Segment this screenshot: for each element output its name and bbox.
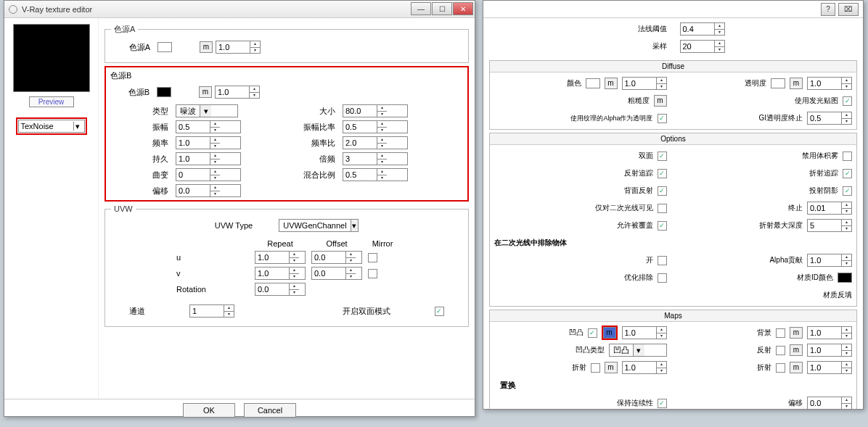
diffuse-color-swatch[interactable] [586,78,600,88]
sample-spinner[interactable]: ▴▾ [680,40,725,53]
v-repeat-spinner[interactable]: ▴▾ [255,267,306,280]
normal-threshold-spinner[interactable]: ▴▾ [680,22,725,36]
color-label: 颜色 [494,78,581,88]
refraction-label: 折射 [494,362,586,373]
u-repeat-spinner[interactable]: ▴▾ [255,251,306,264]
background-spinner[interactable]: ▴▾ [807,326,852,339]
refraction-spinner[interactable]: ▴▾ [622,361,667,374]
open-checkbox[interactable] [658,256,667,265]
source-b-map-button[interactable]: m [199,86,212,98]
ampratio-spinner[interactable]: ▴▾ [343,120,408,133]
persist-spinner[interactable]: ▴▾ [176,152,241,165]
refraction2-checkbox[interactable] [776,363,785,373]
refl-trace-checkbox[interactable]: ✓ [658,169,667,178]
v-offset-spinner[interactable]: ▴▾ [311,267,362,280]
refraction-map-button[interactable]: m [605,362,618,373]
source-a-map-button[interactable]: m [200,41,213,53]
freq-spinner[interactable]: ▴▾ [176,136,241,149]
right-titlebar[interactable]: ? ⌧ [483,1,863,18]
u-mirror-checkbox[interactable] [368,253,377,262]
bump-map-button[interactable]: m [603,327,616,339]
u-offset-spinner[interactable]: ▴▾ [311,251,362,264]
tex-type-dropdown[interactable]: TexNoise ▾ [18,120,85,133]
diffuse-color-map-button[interactable]: m [605,78,618,89]
refraction2-map-button[interactable]: m [790,362,803,373]
source-a-value[interactable] [216,41,250,53]
source-a-swatch[interactable] [157,42,172,52]
minimize-button[interactable]: — [411,2,431,15]
inflect-spinner[interactable]: ▴▾ [176,168,241,181]
refraction-checkbox[interactable] [591,363,600,373]
no-volume-fog-checkbox[interactable] [843,152,852,161]
ok-button[interactable]: OK [183,403,235,418]
source-b-spinner[interactable]: ▴▾ [215,86,260,99]
refr-trace-checkbox[interactable]: ✓ [843,169,852,178]
texture-editor-window: V-Ray texture editor — ☐ ✕ Preview TexNo… [4,0,475,417]
background-label: 背景 [680,328,772,338]
close-button[interactable]: ⌧ [838,3,859,16]
max-depth-spinner[interactable]: ▴▾ [807,219,852,232]
mat-id-color-swatch[interactable] [838,273,852,283]
allow-override-checkbox[interactable]: ✓ [658,221,667,231]
disp-offset-spinner[interactable]: ▴▾ [807,397,852,409]
roughness-map-button[interactable]: m [654,95,667,107]
double-side-checkbox[interactable]: ✓ [658,152,667,161]
refraction2-spinner[interactable]: ▴▾ [807,361,852,374]
reflection-label: 反射 [680,345,772,355]
cancel-button[interactable]: Cancel [244,403,296,418]
uvw-type-combo[interactable]: UVWGenChannel▾ [279,219,359,232]
amp-spinner[interactable]: ▴▾ [176,120,241,133]
source-b-swatch[interactable] [157,87,171,97]
transparency-swatch[interactable] [771,78,785,88]
rotation-spinner[interactable]: ▴▾ [255,283,306,296]
refl-trace-label: 反射追踪 [494,168,653,178]
roughness-label: 粗糙度 [494,96,650,106]
background-map-button[interactable]: m [790,327,803,339]
source-b-value[interactable] [216,86,249,98]
open-label: 开 [494,255,653,265]
bump-type-combo[interactable]: 凹凸▾ [609,344,667,357]
sidebar: Preview TexNoise ▾ [4,18,99,399]
ampratio-label: 振幅比率 [248,122,335,133]
noise-type-combo[interactable]: 噪波▾ [176,104,238,117]
bump-spinner[interactable]: ▴▾ [622,326,667,339]
size-spinner[interactable]: ▴▾ [343,104,408,117]
reflection-checkbox[interactable] [776,346,785,355]
transparency-map-button[interactable]: m [790,78,803,89]
cast-shadow-label: 投射阴影 [680,186,839,196]
offset-spinner[interactable]: ▴▾ [176,184,241,197]
alpha-transparency-checkbox[interactable]: ✓ [658,114,667,123]
v-mirror-checkbox[interactable] [368,269,377,278]
texture-preview[interactable] [13,24,90,92]
reflection-map-button[interactable]: m [790,344,803,356]
optimize-exclude-checkbox[interactable] [658,273,667,283]
diffuse-color-spinner[interactable]: ▴▾ [622,77,667,90]
freqratio-spinner[interactable]: ▴▾ [343,136,408,149]
continuity-checkbox[interactable]: ✓ [658,399,667,408]
uvw-group: UVW UVW Type UVWGenChannel▾ Repeat Offse… [105,204,469,327]
maps-section: Maps 凹凸 ✓ m ▴▾ 背景 m ▴▾ 凹凸类型 凹凸▾ 反射 m [489,310,857,409]
alpha-contrib-spinner[interactable]: ▴▾ [807,254,852,267]
titlebar[interactable]: V-Ray texture editor — ☐ ✕ [4,1,475,18]
double-side-label: 开启双面模式 [343,306,395,317]
back-refl-checkbox[interactable]: ✓ [658,186,667,196]
mixratio-spinner[interactable]: ▴▾ [343,168,408,181]
glow-map-checkbox[interactable]: ✓ [843,96,852,106]
reflection-spinner[interactable]: ▴▾ [807,344,852,357]
maximize-button[interactable]: ☐ [432,2,452,15]
preview-button[interactable]: Preview [29,96,74,107]
octave-spinner[interactable]: ▴▾ [343,152,408,165]
close-button[interactable]: ✕ [453,2,473,15]
bump-checkbox[interactable]: ✓ [588,328,597,338]
cast-shadow-checkbox[interactable]: ✓ [843,186,852,196]
secondary-only-checkbox[interactable] [658,204,667,213]
double-side-checkbox[interactable]: ✓ [435,307,444,316]
channel-spinner[interactable]: ▴▾ [189,304,234,318]
cutoff-spinner[interactable]: ▴▾ [807,202,852,215]
source-b-legend: 色源B [110,70,463,81]
transparency-spinner[interactable]: ▴▾ [807,77,852,90]
source-a-spinner[interactable]: ▴▾ [216,41,261,54]
gi-cutoff-spinner[interactable]: ▴▾ [807,112,852,125]
background-checkbox[interactable] [776,328,785,338]
help-button[interactable]: ? [821,3,835,16]
